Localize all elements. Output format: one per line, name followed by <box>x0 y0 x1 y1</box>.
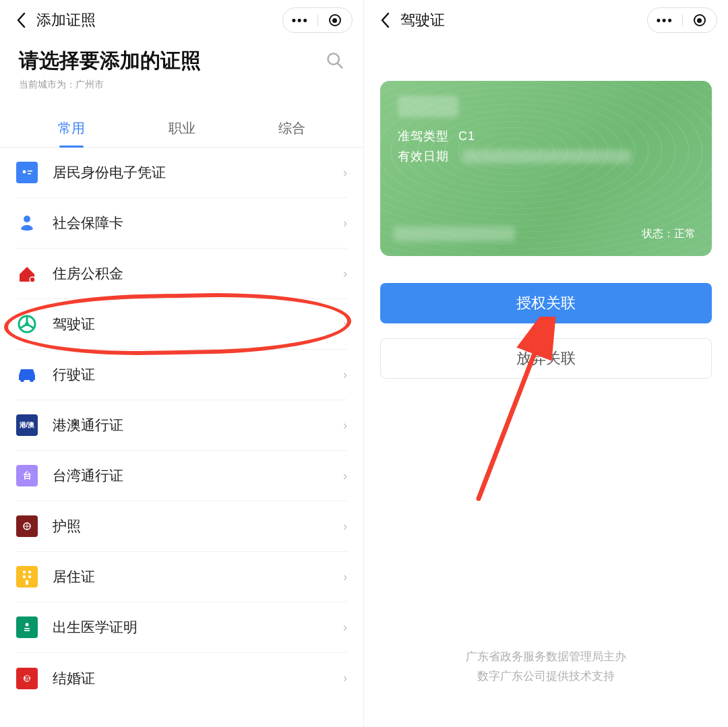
cert-label: 护照 <box>53 517 343 536</box>
house-fund-icon <box>16 263 38 284</box>
chevron-right-icon: › <box>343 570 347 584</box>
cert-list: 居民身份电子凭证 › 社会保障卡 › 住房公积金 › 驾驶证 › <box>0 148 363 703</box>
footer-text: 广东省政务服务数据管理局主办 数字广东公司提供技术支持 <box>364 647 728 687</box>
cert-label: 驾驶证 <box>53 315 343 334</box>
svg-rect-4 <box>28 170 32 172</box>
status-value: 正常 <box>674 228 696 239</box>
authorize-link-button[interactable]: 授权关联 <box>380 283 712 323</box>
svg-point-7 <box>30 277 35 282</box>
marriage-cert-icon: 喜 <box>16 668 38 689</box>
chevron-right-icon: › <box>343 368 347 382</box>
drive-type-value: C1 <box>458 129 475 144</box>
chevron-right-icon: › <box>343 418 347 433</box>
svg-rect-16 <box>23 575 26 578</box>
svg-line-1 <box>338 63 342 67</box>
cert-item-house-fund[interactable]: 住房公积金 › <box>16 249 347 299</box>
svg-point-20 <box>26 623 29 627</box>
svg-point-6 <box>24 216 30 222</box>
card-number-redacted <box>394 226 515 241</box>
svg-rect-18 <box>26 580 28 585</box>
capsule-close-button[interactable] <box>683 8 717 32</box>
topbar: 驾驶证 ••• <box>364 0 728 40</box>
passport-icon <box>16 515 38 537</box>
cert-label: 港澳通行证 <box>53 416 343 435</box>
topbar: 添加证照 ••• <box>0 0 363 40</box>
svg-rect-17 <box>28 575 31 578</box>
cert-label: 住房公积金 <box>53 264 343 283</box>
cert-item-birth-cert[interactable]: 出生医学证明 › <box>16 602 347 653</box>
valid-date-label: 有效日期 <box>398 148 449 164</box>
tab-profession[interactable]: 职业 <box>127 110 237 147</box>
cert-label: 台湾通行证 <box>53 466 343 485</box>
svg-rect-15 <box>28 571 31 573</box>
chevron-right-icon: › <box>343 216 347 230</box>
svg-text:喜: 喜 <box>24 675 30 682</box>
cert-item-id-card[interactable]: 居民身份电子凭证 › <box>16 148 347 198</box>
tab-general[interactable]: 综合 <box>237 110 347 147</box>
hkmo-permit-icon: 港/澳 <box>16 414 38 436</box>
close-target-icon <box>329 14 341 26</box>
card-drive-type-row: 准驾类型 C1 <box>398 128 694 144</box>
card-holder-name-redacted <box>398 96 458 117</box>
chevron-right-icon: › <box>343 621 347 635</box>
cert-item-vehicle-license[interactable]: 行驶证 › <box>16 350 347 400</box>
drive-type-label: 准驾类型 <box>398 128 449 144</box>
abandon-link-button[interactable]: 放弃关联 <box>380 338 712 379</box>
card-valid-date-row: 有效日期 <box>398 148 694 164</box>
footer-line-2: 数字广东公司提供技术支持 <box>364 667 728 687</box>
chevron-right-icon: › <box>343 519 347 534</box>
chevron-right-icon: › <box>343 317 347 331</box>
cert-item-drive-license[interactable]: 驾驶证 › <box>16 299 347 350</box>
capsule-menu-button[interactable]: ••• <box>283 8 317 32</box>
footer-line-1: 广东省政务服务数据管理局主办 <box>364 647 728 667</box>
more-dots-icon: ••• <box>292 14 309 26</box>
cert-item-taiwan-permit[interactable]: 台 台湾通行证 › <box>16 451 347 501</box>
svg-rect-2 <box>20 167 34 178</box>
cert-item-residence-permit[interactable]: 居住证 › <box>16 552 347 602</box>
tab-common[interactable]: 常用 <box>16 110 127 147</box>
back-button[interactable] <box>375 10 395 30</box>
cert-item-marriage-cert[interactable]: 喜 结婚证 › <box>16 653 347 703</box>
birth-cert-icon <box>16 617 38 638</box>
capsule-close-button[interactable] <box>318 8 353 32</box>
close-target-icon <box>694 14 706 26</box>
cert-label: 结婚证 <box>53 669 343 688</box>
search-button[interactable] <box>326 51 344 73</box>
miniapp-capsule: ••• <box>647 7 717 33</box>
cert-label: 出生医学证明 <box>53 618 343 637</box>
cert-label: 行驶证 <box>53 365 343 384</box>
svg-rect-14 <box>23 571 26 573</box>
valid-date-redacted <box>462 150 631 163</box>
cert-label: 社会保障卡 <box>53 214 343 232</box>
search-icon <box>326 51 344 70</box>
id-card-icon <box>16 162 38 183</box>
status-label: 状态： <box>642 228 674 239</box>
chevron-right-icon: › <box>343 671 347 685</box>
svg-point-3 <box>23 170 26 174</box>
city-name: 广州市 <box>75 79 104 90</box>
social-security-icon <box>16 212 38 234</box>
chevron-right-icon: › <box>343 166 347 180</box>
chevron-right-icon: › <box>343 267 347 281</box>
chevron-left-icon <box>16 12 26 28</box>
cert-item-passport[interactable]: 护照 › <box>16 501 347 552</box>
capsule-menu-button[interactable]: ••• <box>648 8 682 32</box>
svg-point-9 <box>25 322 29 326</box>
chevron-left-icon <box>380 12 390 28</box>
svg-rect-5 <box>28 173 31 175</box>
taiwan-permit-icon: 台 <box>16 465 38 486</box>
more-dots-icon: ••• <box>657 14 673 26</box>
chevron-right-icon: › <box>343 469 347 483</box>
cert-label: 居民身份电子凭证 <box>53 163 343 182</box>
cert-item-social-security[interactable]: 社会保障卡 › <box>16 198 347 249</box>
vehicle-license-icon <box>16 364 38 385</box>
page-title: 请选择要添加的证照 <box>19 47 326 75</box>
city-prefix: 当前城市为： <box>19 79 75 90</box>
svg-rect-21 <box>24 628 30 629</box>
drive-license-icon <box>16 313 38 335</box>
back-button[interactable] <box>11 10 31 30</box>
svg-rect-22 <box>24 630 30 631</box>
tabs: 常用 职业 综合 <box>0 110 363 148</box>
topbar-title: 添加证照 <box>36 10 96 30</box>
cert-item-hkmo-permit[interactable]: 港/澳 港澳通行证 › <box>16 400 347 451</box>
